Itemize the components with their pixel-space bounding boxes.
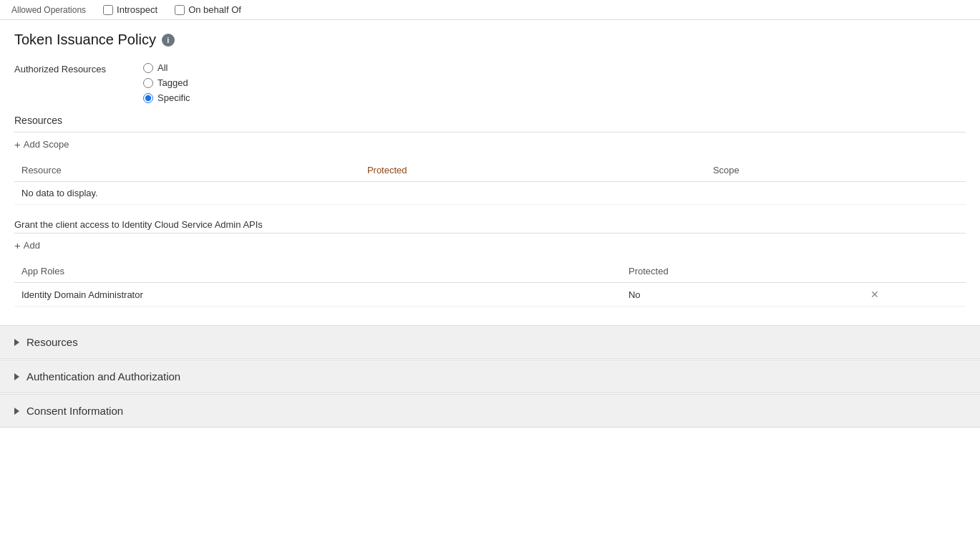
resources-table-head: Resource Protected Scope (14, 159, 966, 182)
chevron-consent-icon (14, 408, 19, 415)
grant-table: App Roles Protected Identity Domain Admi… (14, 260, 966, 307)
app-roles-column-header: App Roles (14, 260, 621, 283)
introspect-checkbox[interactable] (103, 5, 113, 15)
radio-all[interactable] (143, 63, 153, 73)
main-content: Token Issuance Policy i Authorized Resou… (0, 20, 980, 318)
collapsible-consent-information[interactable]: Consent Information (0, 394, 980, 428)
chevron-resources-icon (14, 339, 19, 346)
introspect-label: Introspect (117, 4, 157, 15)
grant-table-header-row: App Roles Protected (14, 260, 966, 283)
grant-table-head: App Roles Protected (14, 260, 966, 283)
on-behalf-of-checkbox[interactable] (175, 5, 185, 15)
token-issuance-policy-title: Token Issuance Policy (14, 32, 156, 48)
collapsible-resources[interactable]: Resources (0, 325, 980, 359)
radio-all-item: All (143, 62, 190, 73)
collapsible-auth-authorization[interactable]: Authentication and Authorization (0, 360, 980, 393)
protected-cell: No (621, 283, 863, 307)
radio-specific-label: Specific (157, 92, 190, 103)
info-icon[interactable]: i (162, 34, 175, 47)
resources-divider (14, 132, 966, 133)
radio-tagged-label: Tagged (157, 77, 188, 88)
radio-specific-item: Specific (143, 92, 190, 103)
authorized-resources-radio-group: All Tagged Specific (143, 62, 190, 103)
no-data-row: No data to display. (14, 182, 966, 205)
delete-icon[interactable]: ✕ (870, 289, 879, 300)
delete-cell: ✕ (863, 283, 966, 307)
no-data-message: No data to display. (14, 182, 966, 205)
add-plus-icon: + (14, 239, 21, 251)
grant-title: Grant the client access to Identity Clou… (14, 219, 966, 230)
resources-subsection-title: Resources (14, 115, 966, 126)
add-button[interactable]: + Add (14, 234, 40, 257)
add-scope-plus-icon: + (14, 138, 21, 150)
radio-all-label: All (157, 62, 168, 73)
app-roles-cell: Identity Domain Administrator (14, 283, 621, 307)
collapsible-auth-label: Authentication and Authorization (26, 370, 180, 383)
add-scope-button[interactable]: + Add Scope (14, 133, 69, 156)
actions-column-header (863, 260, 966, 283)
protected-column-header: Protected (360, 159, 706, 182)
scope-column-header: Scope (706, 159, 966, 182)
collapsible-consent-label: Consent Information (26, 405, 123, 417)
top-bar: Allowed Operations Introspect On behalf … (0, 0, 980, 20)
collapsible-sections: Resources Authentication and Authorizati… (0, 325, 980, 428)
chevron-auth-icon (14, 373, 19, 380)
radio-tagged[interactable] (143, 78, 153, 88)
add-scope-label: Add Scope (24, 139, 69, 150)
table-row: Identity Domain Administrator No ✕ (14, 283, 966, 307)
radio-specific[interactable] (143, 93, 153, 103)
grant-protected-column-header: Protected (621, 260, 863, 283)
section-title-row: Token Issuance Policy i (14, 32, 966, 48)
collapsible-resources-label: Resources (26, 336, 78, 348)
resources-table-header-row: Resource Protected Scope (14, 159, 966, 182)
grant-divider (14, 233, 966, 234)
on-behalf-of-checkbox-group: On behalf Of (175, 4, 241, 15)
on-behalf-of-label: On behalf Of (188, 4, 241, 15)
grant-table-body: Identity Domain Administrator No ✕ (14, 283, 966, 307)
introspect-checkbox-group: Introspect (103, 4, 157, 15)
radio-tagged-item: Tagged (143, 77, 190, 88)
resource-column-header: Resource (14, 159, 360, 182)
resources-table: Resource Protected Scope No data to disp… (14, 159, 966, 205)
authorized-resources-label: Authorized Resources (14, 62, 143, 74)
resources-section: Resources + Add Scope Resource Protected… (14, 115, 966, 205)
grant-section: Grant the client access to Identity Clou… (14, 219, 966, 307)
allowed-operations-label: Allowed Operations (11, 5, 86, 15)
resources-table-body: No data to display. (14, 182, 966, 205)
authorized-resources-row: Authorized Resources All Tagged Specific (14, 62, 966, 103)
add-label: Add (24, 240, 40, 251)
